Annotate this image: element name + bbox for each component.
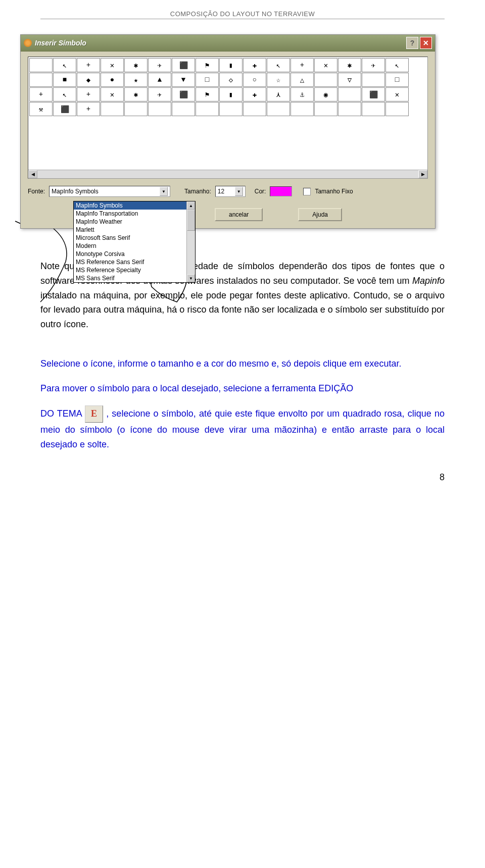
symbol-cell[interactable]: ▲ [148, 73, 171, 87]
tamanho-fixo-checkbox[interactable] [303, 188, 311, 195]
page-header: COMPOSIÇÃO DO LAYOUT NO TERRAVIEW [40, 10, 445, 19]
symbol-cell[interactable]: ✱ [124, 58, 148, 72]
symbol-cell[interactable]: ○ [243, 73, 266, 87]
close-icon[interactable]: ✕ [420, 37, 432, 49]
symbol-cell[interactable] [338, 87, 361, 101]
symbol-cell[interactable]: ☆ [267, 73, 290, 87]
symbol-cell[interactable] [338, 102, 361, 116]
dropdown-option[interactable]: MS Reference Sans Serif [74, 258, 195, 266]
dropdown-scrollbar[interactable]: ▲ ▼ [186, 201, 195, 282]
symbol-cell[interactable]: ✈ [148, 58, 171, 72]
symbol-cell[interactable]: + [77, 58, 100, 72]
symbol-cell[interactable] [29, 73, 53, 87]
dropdown-option[interactable]: Monotype Corsiva [74, 250, 195, 258]
symbol-cell[interactable]: □ [385, 73, 409, 87]
symbol-cell[interactable]: + [77, 87, 100, 101]
dropdown-option[interactable]: Microsoft Sans Serif [74, 234, 195, 242]
tamanho-dropdown[interactable]: 12 ▼ [215, 186, 246, 197]
symbol-cell[interactable] [362, 73, 385, 87]
symbol-cell[interactable]: △ [290, 73, 314, 87]
symbol-cell[interactable]: ● [101, 73, 124, 87]
scroll-right-icon[interactable]: ▶ [418, 170, 427, 178]
dialog-title: Inserir Símbolo [35, 39, 406, 47]
chevron-down-icon[interactable]: ▼ [235, 187, 243, 196]
symbol-cell[interactable]: ▮ [219, 58, 243, 72]
scrollbar-thumb[interactable] [187, 210, 195, 231]
edit-tool-icon: E [85, 405, 103, 423]
chevron-down-icon[interactable]: ▼ [160, 187, 168, 196]
symbol-cell[interactable]: ★ [124, 73, 148, 87]
symbol-cell[interactable]: ✱ [124, 87, 148, 101]
symbol-cell[interactable]: ↖ [53, 87, 76, 101]
dialog-wrapper: Inserir Símbolo ? ✕ ↖+✕✱✈⬛⚑▮✚↖+✕✱✈↖■◆●★▲… [20, 34, 445, 229]
symbol-cell[interactable]: ⬛ [172, 87, 195, 101]
fonte-dropdown-list[interactable]: MapInfo SymbolsMapInfo TransportationMap… [73, 201, 196, 283]
symbol-cell[interactable]: ✚ [243, 58, 266, 72]
mapinfo-italic: Mapinfo [412, 276, 445, 286]
dropdown-option[interactable]: MapInfo Transportation [74, 210, 195, 218]
symbol-cell[interactable] [385, 102, 409, 116]
dialog-icon [24, 39, 32, 47]
symbol-cell[interactable]: + [29, 87, 53, 101]
help-icon[interactable]: ? [406, 37, 418, 49]
dropdown-option[interactable]: MS Sans Serif [74, 274, 195, 282]
tamanho-value: 12 [218, 188, 224, 195]
scroll-left-icon[interactable]: ◀ [28, 170, 37, 178]
symbol-cell[interactable] [219, 102, 243, 116]
symbol-cell[interactable]: ▮ [219, 87, 243, 101]
dropdown-option[interactable]: MapInfo Weather [74, 218, 195, 226]
symbol-cell[interactable] [243, 102, 266, 116]
fonte-dropdown[interactable]: MapInfo Symbols ▼ [49, 186, 170, 197]
symbol-cell[interactable]: ✕ [314, 58, 337, 72]
dropdown-option[interactable]: Modern [74, 242, 195, 250]
symbol-cell[interactable]: ✕ [101, 87, 124, 101]
dropdown-option[interactable]: Marlett [74, 226, 195, 234]
ajuda-button[interactable]: Ajuda [298, 208, 342, 221]
symbol-cell[interactable] [362, 102, 385, 116]
symbol-cell[interactable]: ▼ [172, 73, 195, 87]
symbol-cell[interactable] [267, 102, 290, 116]
symbol-cell[interactable]: ⬛ [362, 87, 385, 101]
symbol-cell[interactable]: ⋏ [267, 87, 290, 101]
symbol-cell[interactable]: ✈ [362, 58, 385, 72]
scroll-down-icon[interactable]: ▼ [187, 274, 195, 282]
symbol-cell[interactable]: ✱ [338, 58, 361, 72]
color-picker[interactable] [270, 186, 292, 196]
symbol-cell[interactable]: ⚑ [196, 87, 219, 101]
symbol-cell[interactable] [196, 102, 219, 116]
symbol-cell[interactable] [148, 102, 171, 116]
symbol-cell[interactable]: + [290, 58, 314, 72]
symbol-cell[interactable]: ⬛ [172, 58, 195, 72]
symbol-cell[interactable]: ⬛ [53, 102, 76, 116]
symbol-cell[interactable]: ✕ [385, 87, 409, 101]
dialog-titlebar[interactable]: Inserir Símbolo ? ✕ [21, 35, 435, 52]
horizontal-scrollbar[interactable]: ◀ ▶ [28, 170, 427, 178]
symbol-cell[interactable]: ✕ [101, 58, 124, 72]
symbol-cell[interactable] [29, 58, 53, 72]
symbol-cell[interactable] [290, 102, 314, 116]
symbol-cell[interactable] [124, 102, 148, 116]
symbol-cell[interactable]: ✈ [148, 87, 171, 101]
cancelar-button[interactable]: ancelar [215, 208, 263, 221]
symbol-cell[interactable]: □ [196, 73, 219, 87]
symbol-cell[interactable]: + [77, 102, 100, 116]
symbol-cell[interactable] [314, 102, 337, 116]
symbol-cell[interactable]: ⚒ [29, 102, 53, 116]
symbol-cell[interactable]: ⚑ [196, 58, 219, 72]
symbol-cell[interactable]: ■ [53, 73, 76, 87]
symbol-cell[interactable] [101, 102, 124, 116]
symbol-cell[interactable]: ▽ [338, 73, 361, 87]
symbol-cell[interactable]: ↖ [53, 58, 76, 72]
scroll-up-icon[interactable]: ▲ [187, 201, 195, 210]
symbol-cell[interactable]: ◆ [77, 73, 100, 87]
symbol-cell[interactable]: ◉ [314, 87, 337, 101]
symbol-cell[interactable] [314, 73, 337, 87]
dropdown-option[interactable]: MS Reference Specialty [74, 266, 195, 274]
symbol-cell[interactable]: ✚ [243, 87, 266, 101]
symbol-cell[interactable]: ↖ [267, 58, 290, 72]
dropdown-option[interactable]: MapInfo Symbols [74, 201, 195, 210]
symbol-cell[interactable]: ⚓ [290, 87, 314, 101]
symbol-cell[interactable] [172, 102, 195, 116]
symbol-cell[interactable]: ↖ [385, 58, 409, 72]
symbol-cell[interactable]: ◇ [219, 73, 243, 87]
